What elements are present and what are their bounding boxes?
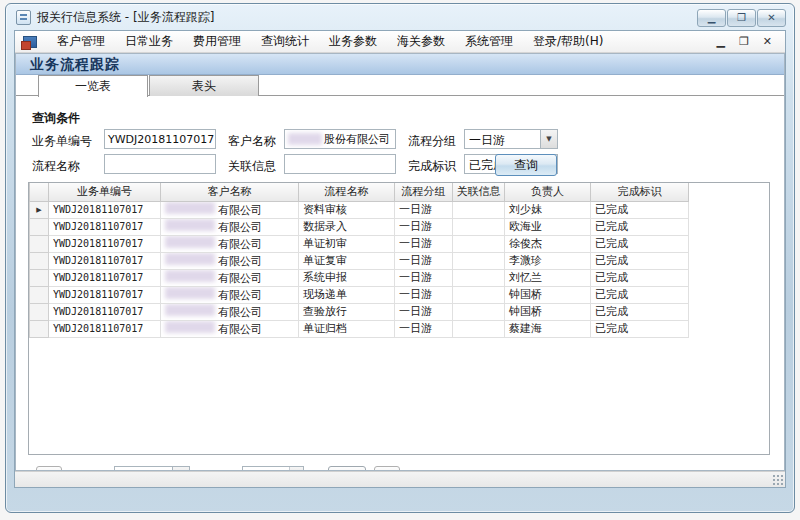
cell: 已完成 bbox=[591, 235, 689, 252]
row-selector[interactable] bbox=[30, 286, 49, 303]
row-selector[interactable] bbox=[30, 252, 49, 269]
cell: 有限公司 bbox=[161, 252, 299, 269]
cell: 有限公司 bbox=[161, 218, 299, 235]
chevron-down-icon[interactable]: ▼ bbox=[540, 130, 557, 148]
row-selector[interactable] bbox=[30, 320, 49, 337]
redacted-text bbox=[165, 202, 215, 214]
table-row[interactable]: YWDJ20181107017有限公司现场递单一日游钟国桥已完成 bbox=[30, 286, 689, 303]
cell bbox=[453, 218, 505, 235]
status-bar bbox=[15, 471, 785, 487]
cell: 蔡建海 bbox=[505, 320, 591, 337]
menu-login-help[interactable]: 登录/帮助(H) bbox=[523, 30, 613, 53]
mdi-restore-button[interactable]: ❐ bbox=[732, 34, 756, 49]
table-row[interactable]: YWDJ20181107017有限公司单证复审一日游李溦珍已完成 bbox=[30, 252, 689, 269]
cell: 一日游 bbox=[395, 320, 453, 337]
mdi-close-button[interactable]: ✕ bbox=[756, 34, 779, 49]
order-no-input[interactable]: YWDJ20181107017 bbox=[104, 129, 216, 149]
redacted-text bbox=[165, 270, 215, 282]
app-window: 报关行信息系统 - [业务流程跟踪] ▁ ❐ ✕ 客户管理 日常业务 费用管理 … bbox=[5, 3, 795, 513]
table-row[interactable]: ▶YWDJ20181107017有限公司资料审核一日游刘少妹已完成 bbox=[30, 201, 689, 218]
tab-overview[interactable]: 一览表 bbox=[38, 75, 148, 97]
cell: 单证初审 bbox=[299, 235, 395, 252]
complete-flag-label: 完成标识 bbox=[408, 158, 456, 175]
column-header[interactable]: 流程名称 bbox=[299, 183, 395, 201]
cell bbox=[453, 286, 505, 303]
cell: 系统申报 bbox=[299, 269, 395, 286]
cell: 资料审核 bbox=[299, 201, 395, 218]
flow-name-input[interactable] bbox=[104, 154, 216, 174]
table-header-row: 业务单编号客户名称流程名称流程分组关联信息负责人完成标识 bbox=[30, 183, 689, 201]
cell bbox=[453, 201, 505, 218]
cell: 单证归档 bbox=[299, 320, 395, 337]
close-button[interactable]: ✕ bbox=[757, 9, 786, 27]
menu-fee-mgmt[interactable]: 费用管理 bbox=[183, 30, 251, 53]
cell: YWDJ20181107017 bbox=[49, 235, 161, 252]
menu-query-stats[interactable]: 查询统计 bbox=[251, 30, 319, 53]
cell: 有限公司 bbox=[161, 303, 299, 320]
search-button[interactable]: 查询 bbox=[495, 154, 557, 176]
cell: 徐俊杰 bbox=[505, 235, 591, 252]
redacted-text bbox=[165, 253, 215, 265]
row-selector[interactable] bbox=[30, 218, 49, 235]
related-info-input[interactable] bbox=[284, 154, 396, 174]
cell: 已完成 bbox=[591, 201, 689, 218]
table-row[interactable]: YWDJ20181107017有限公司单证归档一日游蔡建海已完成 bbox=[30, 320, 689, 337]
table-row[interactable]: YWDJ20181107017有限公司系统申报一日游刘忆兰已完成 bbox=[30, 269, 689, 286]
row-selector[interactable]: ▶ bbox=[30, 201, 49, 218]
cell: 有限公司 bbox=[161, 269, 299, 286]
row-selector[interactable] bbox=[30, 303, 49, 320]
customer-label: 客户名称 bbox=[228, 133, 276, 150]
grid-body: ▶YWDJ20181107017有限公司资料审核一日游刘少妹已完成YWDJ201… bbox=[30, 201, 689, 337]
table-row[interactable]: YWDJ20181107017有限公司查验放行一日游钟国桥已完成 bbox=[30, 303, 689, 320]
cell: YWDJ20181107017 bbox=[49, 252, 161, 269]
column-header[interactable]: 完成标识 bbox=[591, 183, 689, 201]
cell: YWDJ20181107017 bbox=[49, 201, 161, 218]
cell: 现场递单 bbox=[299, 286, 395, 303]
column-header[interactable]: 业务单编号 bbox=[49, 183, 161, 201]
cell: YWDJ20181107017 bbox=[49, 320, 161, 337]
cell: 刘忆兰 bbox=[505, 269, 591, 286]
cell: 一日游 bbox=[395, 269, 453, 286]
menu-customs-params[interactable]: 海关参数 bbox=[387, 30, 455, 53]
cell: 已完成 bbox=[591, 269, 689, 286]
process-table: 业务单编号客户名称流程名称流程分组关联信息负责人完成标识 ▶YWDJ201811… bbox=[29, 183, 689, 338]
minimize-button[interactable]: ▁ bbox=[697, 9, 726, 27]
flow-group-select[interactable]: 一日游 ▼ bbox=[464, 129, 558, 149]
cell: YWDJ20181107017 bbox=[49, 303, 161, 320]
cell bbox=[453, 235, 505, 252]
row-selector[interactable] bbox=[30, 269, 49, 286]
cell: 单证复审 bbox=[299, 252, 395, 269]
redacted-text bbox=[165, 287, 215, 299]
cell: 刘少妹 bbox=[505, 201, 591, 218]
menu-daily-business[interactable]: 日常业务 bbox=[115, 30, 183, 53]
form-icon bbox=[23, 36, 37, 48]
title-bar[interactable]: 报关行信息系统 - [业务流程跟踪] ▁ ❐ ✕ bbox=[6, 4, 794, 30]
column-header[interactable]: 客户名称 bbox=[161, 183, 299, 201]
cell: 查验放行 bbox=[299, 303, 395, 320]
cell: 已完成 bbox=[591, 320, 689, 337]
tab-header[interactable]: 表头 bbox=[149, 75, 259, 96]
cell bbox=[453, 303, 505, 320]
redacted-text bbox=[165, 236, 215, 248]
page-title: 业务流程跟踪 bbox=[16, 54, 784, 75]
mdi-minimize-button[interactable]: ▁ bbox=[709, 34, 731, 49]
maximize-button[interactable]: ❐ bbox=[727, 9, 756, 27]
menu-system-mgmt[interactable]: 系统管理 bbox=[455, 30, 523, 53]
resize-grip-icon[interactable] bbox=[772, 474, 783, 485]
column-header[interactable]: 流程分组 bbox=[395, 183, 453, 201]
customer-input[interactable]: 股份有限公司 bbox=[284, 129, 396, 149]
flow-group-label: 流程分组 bbox=[408, 133, 456, 150]
column-header[interactable]: 负责人 bbox=[505, 183, 591, 201]
table-row[interactable]: YWDJ20181107017有限公司数据录入一日游欧海业已完成 bbox=[30, 218, 689, 235]
menu-customer-mgmt[interactable]: 客户管理 bbox=[47, 30, 115, 53]
mdi-window-controls: ▁ ❐ ✕ bbox=[709, 34, 779, 49]
redacted-text bbox=[165, 321, 215, 333]
menu-business-params[interactable]: 业务参数 bbox=[319, 30, 387, 53]
cell: 已完成 bbox=[591, 218, 689, 235]
row-selector[interactable] bbox=[30, 235, 49, 252]
cell: 一日游 bbox=[395, 303, 453, 320]
data-grid: 业务单编号客户名称流程名称流程分组关联信息负责人完成标识 ▶YWDJ201811… bbox=[28, 182, 770, 455]
related-info-label: 关联信息 bbox=[228, 158, 276, 175]
column-header[interactable]: 关联信息 bbox=[453, 183, 505, 201]
table-row[interactable]: YWDJ20181107017有限公司单证初审一日游徐俊杰已完成 bbox=[30, 235, 689, 252]
